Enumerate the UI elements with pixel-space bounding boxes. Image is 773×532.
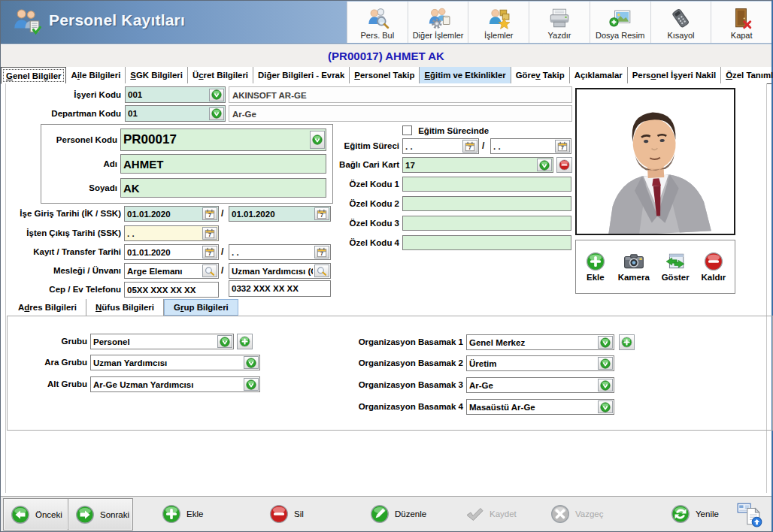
plus-green-icon xyxy=(585,252,606,271)
tab-personel-isyeri-nakil[interactable]: Personel İşyeri Nakil xyxy=(628,67,721,83)
person-search-icon xyxy=(365,7,390,29)
lookup-button[interactable] xyxy=(209,107,224,120)
bagli-cari-kart-field[interactable]: 17 xyxy=(402,157,553,173)
departman-kodu-field[interactable]: 01 xyxy=(125,105,226,122)
tab-diger-bilgileri-evrak[interactable]: Diğer Bilgileri - Evrak xyxy=(253,67,350,83)
organizasyon-row-1: Organizasyon Basamak 1 Genel Merkez xyxy=(6,334,766,350)
svg-text:7: 7 xyxy=(208,251,211,256)
lookup-button[interactable] xyxy=(598,401,613,413)
bottom-button-yenile[interactable]: Yenile xyxy=(664,498,719,529)
organizasyon-label: Organizasyon Basamak 1 xyxy=(337,334,463,350)
personel-kodu-field[interactable]: PR00017 xyxy=(120,128,326,151)
egitim-surecinde-label: Eğitim Sürecinde xyxy=(418,126,489,135)
subtab-nufus-bilgileri[interactable]: Nüfus Bilgileri xyxy=(86,299,164,316)
toolbar-button-dosya-resim[interactable]: Dosya Resim xyxy=(590,2,650,43)
ozel-kodu-field[interactable] xyxy=(402,216,571,231)
meslegi-field[interactable]: Arge Elemanı xyxy=(124,263,219,279)
svg-text:7: 7 xyxy=(468,145,471,150)
bottom-button-sil[interactable]: Sil xyxy=(262,498,304,529)
refresh-green-icon xyxy=(671,504,690,524)
tab-aile-bilgileri[interactable]: Aile Bilgileri xyxy=(66,67,126,83)
x-gray-icon xyxy=(550,504,570,524)
calendar-button[interactable]: 7 xyxy=(555,140,570,153)
tab-ucret-bilgileri[interactable]: Ücret Bilgileri xyxy=(188,67,253,83)
subtab-adres-bilgileri[interactable]: Adres Bilgileri xyxy=(9,299,86,316)
photo-button-kaldir[interactable]: Kaldır xyxy=(702,252,726,282)
arrow-left-icon xyxy=(11,505,30,524)
ozel-kodu-label: Özel Kodu 1 xyxy=(292,177,399,192)
show-icon xyxy=(665,252,686,271)
door-close-icon xyxy=(729,7,753,29)
employee-portrait-image xyxy=(577,89,734,234)
plus-icon xyxy=(621,337,632,348)
titlebar: Personel Kayıtları Pers. Bul Diğer İşlem… xyxy=(1,1,771,44)
adi-field[interactable]: AHMET xyxy=(120,154,326,174)
lookup-button[interactable] xyxy=(598,379,613,391)
organizasyon-field[interactable]: Üretim xyxy=(466,355,614,371)
organizasyon-field[interactable]: Ar-Ge xyxy=(466,377,614,393)
toolbar-button-kisayol[interactable]: Kısayol xyxy=(650,2,711,43)
bottom-button-onceki[interactable]: Önceki xyxy=(3,498,68,530)
lookup-button[interactable] xyxy=(598,357,613,370)
isyeri-kodu-field[interactable]: 001 xyxy=(125,86,226,103)
bottom-button-ekle[interactable]: Ekle xyxy=(155,498,203,529)
calendar-icon: 7 xyxy=(465,141,475,152)
organizasyon-field[interactable]: Genel Merkez xyxy=(466,334,614,350)
search-button[interactable] xyxy=(314,264,329,277)
adi-label: Adı xyxy=(6,154,117,174)
tab-aciklamalar[interactable]: Açıklamalar xyxy=(570,67,628,83)
remote-icon xyxy=(668,7,693,29)
photo-button-ekle[interactable]: Ekle xyxy=(585,252,606,282)
tab-sgk-bilgileri[interactable]: SGK Bilgileri xyxy=(126,67,188,83)
ozel-kodu-field[interactable] xyxy=(402,177,571,192)
export-record-button[interactable] xyxy=(734,498,765,530)
lookup-button[interactable] xyxy=(598,336,613,349)
toolbar-button-yazdir[interactable]: Yazdır xyxy=(529,2,590,43)
toolbar-button-islemler[interactable]: İşlemler xyxy=(468,2,529,43)
toolbar-button-diger-islemler[interactable]: Diğer İşlemler xyxy=(408,2,468,43)
separator: / xyxy=(482,141,484,151)
ozel-kodu-field[interactable] xyxy=(402,196,571,211)
main-content: İşyeri Kodu 001 AKINSOFT AR-GE Departman… xyxy=(5,83,767,493)
subtabbar: Adres Bilgileri Nüfus Bilgileri Grup Bil… xyxy=(9,299,238,316)
organizasyon-label: Organizasyon Basamak 4 xyxy=(337,399,463,415)
plus-green-icon xyxy=(162,504,181,524)
tab-personel-takip[interactable]: Personel Takip xyxy=(350,67,420,83)
tab-egitim-ve-etkinlikler[interactable]: Eğitim ve Etkinlikler xyxy=(420,67,511,83)
organizasyon-row-2: Organizasyon Basamak 2 Üretim xyxy=(6,355,766,371)
minus-icon xyxy=(559,159,570,171)
unvani-field[interactable]: Uzman Yardımcısı (G xyxy=(229,263,331,279)
search-button[interactable] xyxy=(202,264,217,277)
lookup-button[interactable] xyxy=(537,159,552,171)
bottom-button-duzenle[interactable]: Düzenle xyxy=(363,498,426,529)
tab-gorev-takip[interactable]: Görev Takip xyxy=(511,67,570,83)
lookup-icon xyxy=(600,358,611,369)
ozel-kodu-label: Özel Kodu 2 xyxy=(292,196,399,212)
egitim-surecinde-checkbox[interactable] xyxy=(402,125,412,135)
bottom-button-sonraki[interactable]: Sonraki xyxy=(68,498,133,530)
main-toolbar: Pers. Bul Diğer İşlemler İşlemler Yazdır xyxy=(347,2,771,43)
photo-button-goster[interactable]: Göster xyxy=(662,252,690,282)
organizasyon-label: Organizasyon Basamak 2 xyxy=(337,355,463,371)
egitim-sureci-baslangic-field[interactable]: . . 7 xyxy=(402,138,479,154)
ev-telefonu-field[interactable]: 0332 XXX XX XX xyxy=(229,280,331,297)
arrow-right-icon xyxy=(75,505,95,524)
lookup-button[interactable] xyxy=(209,89,224,101)
lookup-icon xyxy=(600,380,611,391)
remove-cari-button[interactable] xyxy=(556,157,572,173)
employee-photo xyxy=(575,88,735,235)
toolbar-button-pers-bul[interactable]: Pers. Bul xyxy=(347,2,408,43)
isyeri-kodu-desc: AKINSOFT AR-GE xyxy=(229,86,572,103)
tab-genel-bilgiler[interactable]: Genel Bilgiler xyxy=(1,67,66,84)
add-organizasyon-button[interactable] xyxy=(619,334,635,350)
calendar-button[interactable]: 7 xyxy=(462,140,477,153)
egitim-sureci-bitis-field[interactable]: . . 7 xyxy=(490,138,571,154)
tabbar: Genel Bilgiler Aile Bilgileri SGK Bilgil… xyxy=(1,67,771,84)
tab-ozel-tanimlar[interactable]: Özel Tanımlar xyxy=(721,67,773,83)
organizasyon-field[interactable]: Masaüstü Ar-Ge xyxy=(466,399,614,415)
ozel-kodu-field[interactable] xyxy=(402,235,571,250)
toolbar-button-kapat[interactable]: Kapat xyxy=(711,2,771,43)
photo-button-kamera[interactable]: Kamera xyxy=(618,252,650,282)
cep-telefonu-field[interactable]: 05XX XXX XX XX xyxy=(124,282,219,298)
subtab-grup-bilgileri[interactable]: Grup Bilgileri xyxy=(164,299,238,316)
